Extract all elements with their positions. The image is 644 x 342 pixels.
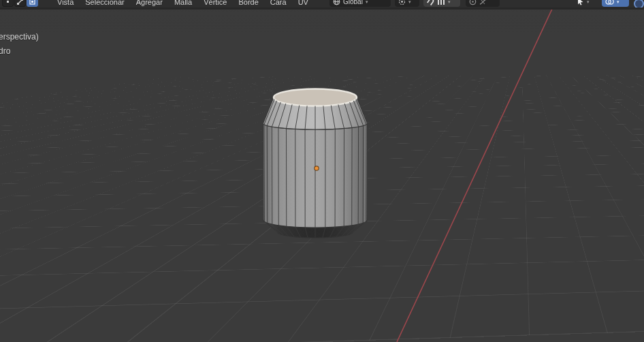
proportional-editing-icon — [469, 0, 477, 5]
can-top-cap — [274, 89, 357, 106]
menu-vista[interactable]: Vista — [57, 0, 74, 6]
edge-select-button[interactable] — [14, 0, 26, 7]
menu-uv[interactable]: UV — [298, 0, 308, 6]
overlays-icon — [605, 0, 614, 5]
transform-orientation-label: Global — [343, 0, 363, 7]
menu-vertice[interactable]: Vértice — [204, 0, 227, 6]
menu-agregar[interactable]: Agregar — [136, 0, 163, 6]
menu-bar: Vista Seleccionar Agregar Malla Vértice … — [57, 0, 308, 6]
proportional-editing-group[interactable] — [466, 0, 500, 7]
blender-window: Vista Seleccionar Agregar Malla Vértice … — [0, 0, 644, 342]
globe-orientation-icon — [333, 0, 340, 5]
menu-borde[interactable]: Borde — [238, 0, 258, 6]
snapping-group[interactable]: ▾ — [423, 0, 460, 7]
dropdown-caret-icon: ▾ — [448, 0, 451, 7]
view-name-text: erspectiva) — [0, 30, 39, 44]
falloff-curve-icon — [479, 0, 487, 5]
face-select-icon — [29, 0, 35, 5]
viewport-overlay-svg — [0, 10, 644, 342]
editmode-header: Vista Seleccionar Agregar Malla Vértice … — [0, 0, 644, 7]
menu-seleccionar[interactable]: Seleccionar — [85, 0, 124, 6]
vertex-select-icon — [5, 0, 11, 5]
menu-cara[interactable]: Cara — [270, 0, 287, 6]
x-axis-line — [397, 10, 553, 342]
magnet-snap-icon — [427, 0, 434, 5]
snap-target-icon — [437, 0, 445, 5]
dropdown-caret-icon: ▾ — [366, 0, 368, 7]
viewport-3d[interactable]: erspectiva) dro — [0, 10, 644, 342]
transform-orientation-dropdown[interactable]: Global ▾ — [329, 0, 391, 7]
vertex-select-button[interactable] — [2, 0, 14, 7]
edge-select-icon — [17, 0, 23, 5]
viewport-info-text: erspectiva) dro — [0, 30, 39, 59]
object-name-text: dro — [0, 44, 39, 59]
pivot-point-dropdown[interactable]: ▾ — [395, 0, 419, 7]
dropdown-caret-icon: ▾ — [617, 0, 619, 7]
header-separator — [0, 7, 644, 10]
viewport-shading-sphere-icon[interactable] — [634, 0, 644, 7]
menu-malla[interactable]: Malla — [174, 0, 192, 6]
overlays-toggle-dropdown[interactable]: ▾ — [602, 0, 629, 7]
face-select-button[interactable] — [27, 0, 38, 7]
dropdown-caret-icon: ▾ — [587, 0, 590, 7]
gizmos-dropdown[interactable]: ▾ — [573, 0, 600, 7]
cylinder-can-mesh[interactable] — [263, 89, 368, 238]
cursor-gizmo-icon — [577, 0, 584, 5]
pivot-point-icon — [398, 0, 406, 5]
mesh-select-mode-group — [2, 0, 38, 7]
dropdown-caret-icon: ▾ — [408, 0, 411, 7]
object-origin-dot — [315, 166, 319, 170]
